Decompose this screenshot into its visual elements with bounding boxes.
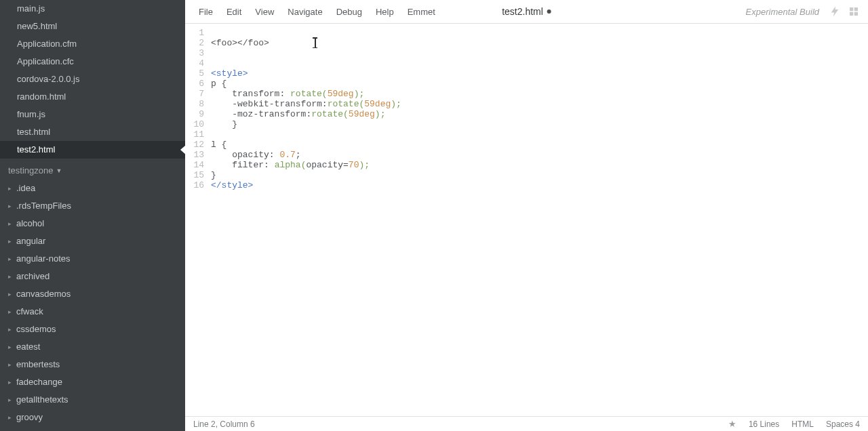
sidebar: main.js new5.html Application.cfm Applic… [0, 0, 185, 431]
menu-bar: File Edit View Navigate Debug Help Emmet… [185, 0, 868, 24]
tree-item-label: getallthetexts [16, 394, 68, 406]
caret-right-icon: ▸ [8, 270, 14, 283]
code-line: l { [211, 140, 868, 150]
tree-item[interactable]: ▸fadechange [0, 373, 185, 391]
folder-tree: ▸.idea ▸.rdsTempFiles ▸alcohol ▸angular … [0, 180, 185, 431]
tree-item[interactable]: ▸angular [0, 232, 185, 250]
dirty-indicator-icon [547, 9, 551, 14]
code-line [211, 48, 868, 58]
tree-item[interactable]: ▸cfwack [0, 303, 185, 321]
caret-right-icon: ▸ [8, 200, 14, 212]
window-title: test2.html [502, 6, 551, 17]
code-line: <style> [211, 68, 868, 79]
status-bar: Line 2, Column 6 ★ 16 Lines HTML Spaces … [185, 416, 868, 431]
tree-item[interactable]: ▸.idea [0, 180, 185, 197]
code-line: -moz-transform:rotate(59deg); [211, 109, 868, 119]
menu-right-area: Experimental Build [746, 5, 860, 18]
tree-item-label: archived [16, 270, 50, 283]
code-line: filter: alpha(opacity=70); [211, 160, 868, 170]
caret-right-icon: ▸ [8, 341, 14, 353]
caret-right-icon: ▸ [8, 218, 14, 230]
open-file-test2-html[interactable]: test2.html [0, 141, 185, 159]
open-file-new5-html[interactable]: new5.html [0, 18, 185, 35]
tree-item-label: .idea [16, 182, 35, 194]
open-file-application-cfc[interactable]: Application.cfc [0, 53, 185, 70]
menu-file[interactable]: File [192, 3, 220, 21]
star-icon[interactable]: ★ [728, 419, 736, 429]
lightning-icon[interactable] [829, 5, 841, 18]
line-gutter: 12345678910111213141516 [185, 28, 211, 416]
open-file-random-html[interactable]: random.html [0, 88, 185, 106]
caret-right-icon: ▸ [8, 358, 14, 371]
tree-item-label: eatest [16, 341, 40, 353]
code-editor[interactable]: 12345678910111213141516 <foo></foo> <sty… [185, 24, 868, 416]
tree-item[interactable]: ▸groovy [0, 409, 185, 426]
open-file-test-html[interactable]: test.html [0, 123, 185, 141]
menu-help[interactable]: Help [369, 3, 401, 21]
title-text: test2.html [502, 6, 543, 17]
tree-item[interactable]: ▸alcohol [0, 215, 185, 232]
status-spaces[interactable]: Spaces 4 [826, 419, 860, 429]
status-position[interactable]: Line 2, Column 6 [193, 419, 255, 429]
open-file-main-js[interactable]: main.js [0, 0, 185, 18]
menu-navigate[interactable]: Navigate [281, 3, 329, 21]
status-language[interactable]: HTML [791, 419, 814, 429]
tree-item-label: embertests [16, 358, 60, 371]
caret-right-icon: ▸ [8, 288, 14, 300]
code-line: -webkit-transform:rotate(59deg); [211, 99, 868, 109]
tree-item-label: groovy [16, 411, 43, 424]
tree-item-label: angular-notes [16, 253, 71, 265]
text-cursor [315, 38, 316, 47]
open-file-fnum-js[interactable]: fnum.js [0, 106, 185, 123]
menu-view[interactable]: View [248, 3, 281, 21]
caret-right-icon: ▸ [8, 253, 14, 265]
tree-item[interactable]: ▸eatest [0, 338, 185, 356]
caret-right-icon: ▸ [8, 376, 14, 388]
code-line: opacity: 0.7; [211, 150, 868, 160]
tree-item[interactable]: ▸archived [0, 268, 185, 285]
caret-right-icon: ▸ [8, 411, 14, 424]
chevron-down-icon: ▼ [56, 167, 62, 174]
code-line: } [211, 119, 868, 129]
menu-edit[interactable]: Edit [220, 3, 248, 21]
open-files-list: main.js new5.html Application.cfm Applic… [0, 0, 185, 159]
code-line: } [211, 170, 868, 180]
tree-item-label: cssdemos [16, 323, 56, 335]
code-line: <foo></foo> [211, 38, 868, 48]
extensions-icon[interactable] [848, 5, 860, 18]
right-icons [829, 5, 860, 18]
open-file-cordova-js[interactable]: cordova-2.0.0.js [0, 70, 185, 88]
tree-item-label: canvasdemos [16, 288, 71, 300]
caret-right-icon: ▸ [8, 235, 14, 247]
caret-right-icon: ▸ [8, 182, 14, 194]
status-lines: 16 Lines [749, 419, 779, 429]
tree-item-label: fadechange [16, 376, 62, 388]
tree-item[interactable]: ▸embertests [0, 356, 185, 373]
tree-item[interactable]: ▸getallthetexts [0, 391, 185, 409]
menu-emmet[interactable]: Emmet [401, 3, 442, 21]
code-line: transform: rotate(59deg); [211, 89, 868, 99]
tree-item-label: alcohol [16, 218, 44, 230]
open-file-application-cfm[interactable]: Application.cfm [0, 35, 185, 53]
tree-item[interactable]: ▸angular-notes [0, 250, 185, 268]
code-line [211, 58, 868, 68]
tree-item[interactable]: ▸canvasdemos [0, 285, 185, 303]
tree-item[interactable]: ▸handlebarstest [0, 426, 185, 431]
tree-item-label: .rdsTempFiles [16, 200, 71, 212]
status-right: ★ 16 Lines HTML Spaces 4 [728, 419, 860, 429]
code-line [211, 129, 868, 140]
tree-item[interactable]: ▸cssdemos [0, 321, 185, 338]
caret-right-icon: ▸ [8, 323, 14, 335]
menu-debug[interactable]: Debug [330, 3, 369, 21]
code-line: p { [211, 79, 868, 89]
code-line: </style> [211, 180, 868, 190]
caret-right-icon: ▸ [8, 394, 14, 406]
folder-name: testingzone [8, 165, 54, 176]
caret-right-icon: ▸ [8, 306, 14, 318]
project-folder-header[interactable]: testingzone ▼ [0, 159, 185, 180]
tree-item[interactable]: ▸.rdsTempFiles [0, 197, 185, 215]
tree-item-label: cfwack [16, 306, 43, 318]
code-content[interactable]: <foo></foo> <style> p { transform: rotat… [211, 28, 868, 416]
tree-item-label: angular [16, 235, 45, 247]
experimental-build-label: Experimental Build [746, 7, 819, 17]
